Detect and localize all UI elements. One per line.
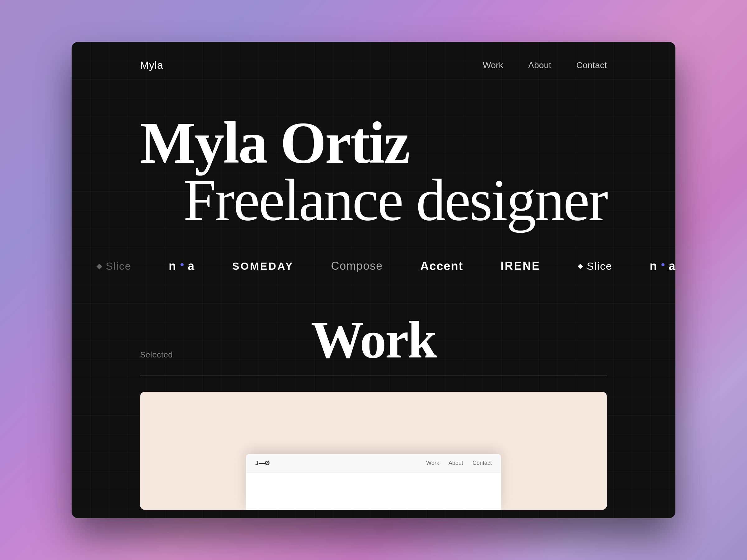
logo-compose: Compose xyxy=(331,260,383,272)
logos-track: Slice na SOMEDAY Compose Accent IRENE Sl… xyxy=(72,260,675,273)
mini-nav-about: About xyxy=(448,460,463,466)
dot-accent-2 xyxy=(662,263,665,266)
logo-slice-2: Slice xyxy=(578,260,612,272)
hero-tagline: Freelance designer xyxy=(140,169,607,232)
logo-na-2: na xyxy=(650,260,675,273)
work-header: Selected Work xyxy=(140,313,607,366)
mini-browser-nav-links: Work About Contact xyxy=(426,460,492,466)
mini-browser-logo: J—Ø xyxy=(255,459,270,466)
mini-nav-contact: Contact xyxy=(472,460,492,466)
nav-link-contact[interactable]: Contact xyxy=(576,60,607,70)
logo-accent: Accent xyxy=(420,260,463,273)
logos-section: Slice na SOMEDAY Compose Accent IRENE Sl… xyxy=(72,232,675,301)
work-title-wrapper: Work xyxy=(209,313,538,366)
nav-logo: Myla xyxy=(140,59,163,71)
work-title: Work xyxy=(209,313,538,366)
logo-na-1: na xyxy=(169,260,195,273)
logo-slice-1: Slice xyxy=(97,260,131,272)
work-selected-label: Selected xyxy=(140,350,209,359)
hero-section: Myla Ortiz Freelance designer xyxy=(72,88,675,232)
work-divider xyxy=(140,375,607,376)
work-section: Selected Work J—Ø Work About Contact xyxy=(72,301,675,510)
logo-someday: SOMEDAY xyxy=(232,260,293,272)
mini-browser-nav: J—Ø Work About Contact xyxy=(246,454,501,473)
mini-nav-work: Work xyxy=(426,460,439,466)
navigation: Myla Work About Contact xyxy=(72,42,675,88)
nav-link-work[interactable]: Work xyxy=(483,60,503,70)
mini-browser: J—Ø Work About Contact xyxy=(246,454,501,510)
hero-name: Myla Ortiz xyxy=(140,113,607,172)
browser-window: Myla Work About Contact Myla Ortiz Freel… xyxy=(72,42,675,518)
dot-accent-1 xyxy=(181,263,184,266)
mini-browser-content xyxy=(246,473,501,510)
nav-links: Work About Contact xyxy=(483,60,607,70)
nav-link-about[interactable]: About xyxy=(528,60,551,70)
logo-irene: IRENE xyxy=(500,260,540,272)
portfolio-card[interactable]: J—Ø Work About Contact xyxy=(140,392,607,510)
